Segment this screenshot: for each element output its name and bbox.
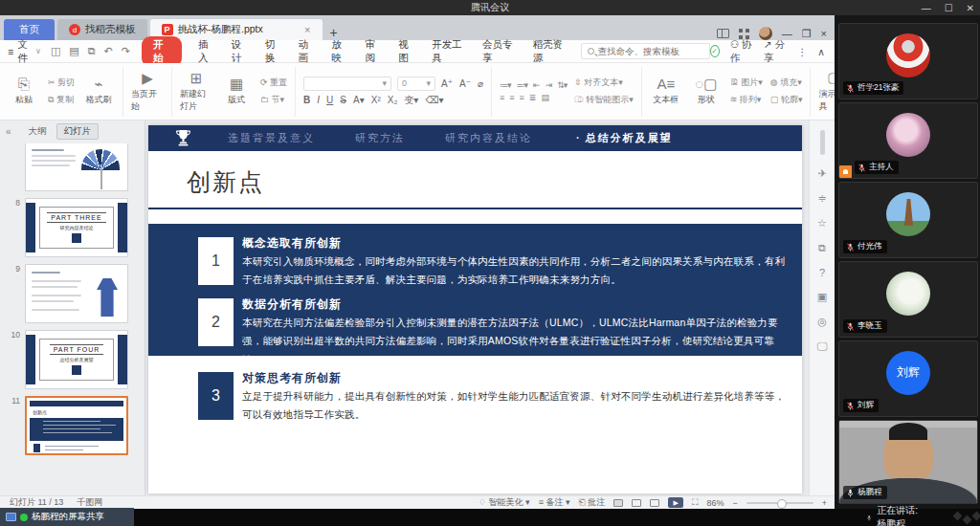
ribbon-tab-view[interactable]: 视图 xyxy=(398,38,415,65)
reading-view-icon[interactable] xyxy=(650,499,659,507)
number-list-icon[interactable]: ≕▾ xyxy=(517,80,528,90)
ribbon-tab-review[interactable]: 审阅 xyxy=(365,38,382,65)
cut-button[interactable]: ✂ 剪切 xyxy=(48,77,75,89)
slide-layout-button[interactable]: ▦ 版式 xyxy=(220,77,253,106)
collapse-panel-icon[interactable]: « xyxy=(6,126,11,137)
italic-icon[interactable]: I xyxy=(317,95,320,105)
line-spacing-icon[interactable]: ⇅▾ xyxy=(557,80,567,90)
font-size-select[interactable]: 0▾ xyxy=(397,77,435,91)
fit-window-icon[interactable]: ⛶ xyxy=(692,497,698,508)
shape-outline-button[interactable]: ▢ 轮廓▾ xyxy=(770,94,803,106)
sorter-view-icon[interactable] xyxy=(632,499,641,507)
font-color-icon[interactable]: A▾ xyxy=(353,95,365,105)
picture-button[interactable]: 🖻 图片▾ xyxy=(730,77,763,89)
align-left-icon[interactable]: ≡ xyxy=(500,93,503,102)
slide-thumb-9[interactable]: 9 xyxy=(0,264,145,323)
ribbon-tab-devtools[interactable]: 开发工具 xyxy=(432,38,466,65)
ribbon-tab-transition[interactable]: 切换 xyxy=(265,38,282,65)
ribbon-tab-insert[interactable]: 插入 xyxy=(198,38,215,65)
participant-tile[interactable]: 李晓玉 xyxy=(838,261,978,338)
subscript-icon[interactable]: X₂ xyxy=(388,95,398,105)
tab-slides[interactable]: 幻灯片 xyxy=(56,123,100,140)
ribbon-tab-member[interactable]: 会员专享 xyxy=(482,38,517,65)
underline-icon[interactable]: U xyxy=(326,95,333,105)
strikethrough-icon[interactable]: S xyxy=(340,95,346,105)
help-icon[interactable]: ? xyxy=(819,267,825,278)
more-icon[interactable]: ⋮ xyxy=(797,46,808,57)
beautify-panel-icon[interactable]: ☆ xyxy=(817,217,827,230)
zoom-slider[interactable] xyxy=(746,502,813,504)
slide-thumb-7[interactable] xyxy=(0,143,145,191)
share-button[interactable]: ↗ 分享 xyxy=(764,38,787,65)
participant-tile[interactable]: 付光伟 xyxy=(838,182,978,258)
paste-button[interactable]: ⎘ 粘贴 xyxy=(8,77,40,106)
innovation-block[interactable]: 1 概念选取有所创新 本研究引入物质环境概念，同时考虑外部环境与个体内生性因素的… xyxy=(148,224,802,356)
slide-canvas[interactable]: 选题背景及意义 研究方法 研究内容及结论 ·总结分析及展望 创新点 1 概念选取… xyxy=(145,121,809,497)
participant-tile[interactable]: 哲学21张豪 xyxy=(838,23,978,99)
ribbon-tab-slideshow[interactable]: 放映 xyxy=(332,38,349,65)
maximize-icon[interactable]: ☐ xyxy=(945,3,953,13)
file-menu[interactable]: ≡ 文件 ∨ xyxy=(8,38,41,65)
properties-icon[interactable]: ≑ xyxy=(817,192,826,205)
new-slide-button[interactable]: ⊞ 新建幻灯片 xyxy=(180,71,212,113)
align-text-button[interactable]: ⇳ 对齐文本▾ xyxy=(574,77,634,89)
cloud-sync-icon[interactable]: ✓ xyxy=(710,45,720,57)
redo-icon[interactable]: ↷ xyxy=(122,45,130,57)
zoom-in-icon[interactable]: + xyxy=(822,498,827,508)
canvas-scrollbar[interactable] xyxy=(820,130,825,155)
close-icon[interactable]: ✕ xyxy=(967,3,974,13)
decrease-font-icon[interactable]: A⁻ xyxy=(459,78,471,89)
indent-decrease-icon[interactable]: ⇤ xyxy=(533,80,540,90)
align-center-icon[interactable]: ≡ xyxy=(509,93,513,102)
distribute-icon[interactable]: ▤ xyxy=(541,93,548,102)
slide-thumb-11-current[interactable]: 11 创新点 xyxy=(0,396,145,455)
search-input[interactable] xyxy=(598,46,703,56)
smart-diagram-button[interactable]: ⎄ 转智能图示▾ xyxy=(574,94,634,106)
slide-title[interactable]: 创新点 xyxy=(187,166,264,198)
font-family-select[interactable]: ▾ xyxy=(303,77,391,91)
bold-icon[interactable]: B xyxy=(303,95,310,105)
ribbon-tab-docer-res[interactable]: 稻壳资源 xyxy=(533,38,568,65)
notes-button[interactable]: ≡ 备注 ▾ xyxy=(539,496,570,509)
shapes-button[interactable]: ◌▢ 形状 xyxy=(690,77,723,106)
tab-close-icon[interactable]: × xyxy=(304,24,310,35)
section-button[interactable]: 🗀 节▾ xyxy=(260,94,287,106)
collapse-ribbon-icon[interactable]: ∧ xyxy=(817,46,825,57)
current-slide[interactable]: 选题背景及意义 研究方法 研究内容及结论 ·总结分析及展望 创新点 1 概念选取… xyxy=(148,125,802,493)
highlight-icon[interactable]: ⌫▾ xyxy=(425,95,443,105)
save-icon[interactable]: ◫ xyxy=(51,45,60,57)
tab-docer-templates[interactable]: d 找稻壳模板 xyxy=(57,19,147,40)
bullet-list-icon[interactable]: ≔▾ xyxy=(500,80,511,90)
normal-view-icon[interactable] xyxy=(613,499,623,507)
zoom-out-icon[interactable]: − xyxy=(732,498,737,508)
undo-icon[interactable]: ↶ xyxy=(104,45,113,57)
beautify-button[interactable]: ♢ 智能美化 ▾ xyxy=(479,496,530,509)
slideshow-play-button[interactable]: ▶ xyxy=(668,497,683,508)
format-painter-button[interactable]: ⌁ 格式刷 xyxy=(82,77,115,106)
justify-icon[interactable]: ≣ xyxy=(529,93,536,102)
arrange-button[interactable]: ≋ 排列▾ xyxy=(730,94,763,106)
participant-video-tile[interactable]: 杨鹏程 xyxy=(838,420,978,504)
increase-font-icon[interactable]: A⁺ xyxy=(441,78,453,89)
image-panel-icon[interactable]: ▣ xyxy=(817,291,827,303)
split-view-icon[interactable] xyxy=(717,29,729,38)
annotate-button[interactable]: ⎗ 批注 xyxy=(578,496,605,509)
ribbon-tab-animation[interactable]: 动画 xyxy=(299,38,316,65)
reset-button[interactable]: ⟳ 重置 xyxy=(260,77,287,89)
tab-outline[interactable]: 大纲 xyxy=(29,125,47,138)
participant-tile[interactable]: 刘辉 刘辉 xyxy=(838,340,978,417)
textbox-button[interactable]: A≡ 文本框 xyxy=(650,77,682,106)
ribbon-tab-design[interactable]: 设计 xyxy=(232,38,249,65)
superscript-icon[interactable]: X² xyxy=(371,95,381,105)
clear-format-icon[interactable]: ⌀ xyxy=(478,78,483,89)
ribbon-tab-start[interactable]: 开始 xyxy=(142,36,182,67)
fill-button[interactable]: ◍ 填充▾ xyxy=(770,77,803,89)
indent-increase-icon[interactable]: ⇥ xyxy=(546,80,552,90)
slide-thumb-10[interactable]: 10 PART FOUR 总结分析及展望 xyxy=(0,330,145,389)
minimize-icon[interactable]: — xyxy=(922,3,931,13)
command-search[interactable] xyxy=(581,43,710,59)
play-from-current-button[interactable]: ▶ 当页开始 xyxy=(131,71,164,113)
send-panel-icon[interactable]: ✈ xyxy=(817,167,826,180)
display-panel-icon[interactable]: 🖵 xyxy=(817,340,828,353)
globe-panel-icon[interactable]: ◎ xyxy=(817,316,827,328)
